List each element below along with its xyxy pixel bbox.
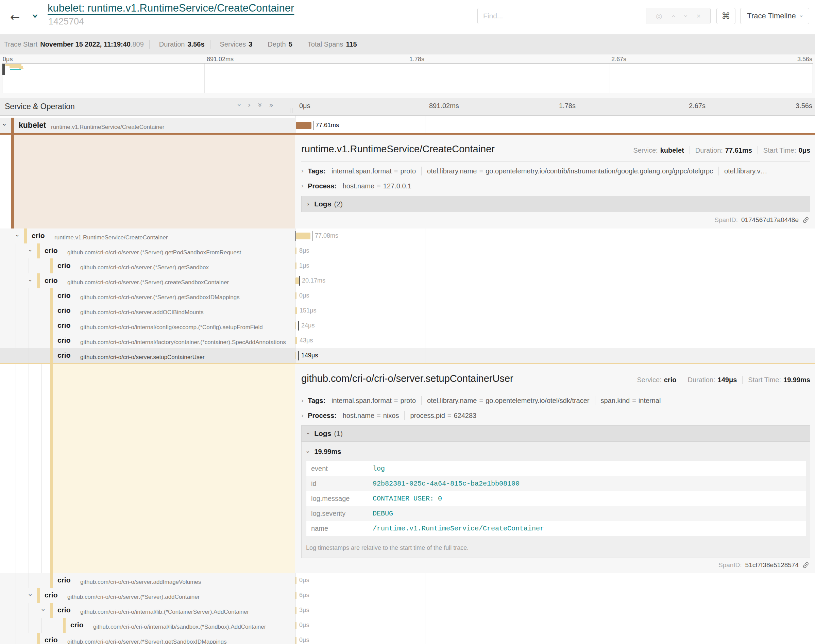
log-field-row: log.message CONTAINER USER: 0 xyxy=(306,491,806,506)
minimap-tick: 0μs xyxy=(3,56,12,63)
span-service: crio xyxy=(57,321,71,330)
tags-row[interactable]: › Tags: internal.span.format=proto otel.… xyxy=(301,164,767,178)
minimap-tick: 1.78s xyxy=(409,56,424,63)
span-duration-label: 6μs xyxy=(299,592,309,599)
collapse-header-icon[interactable]: › xyxy=(30,14,41,18)
log-note: Log timestamps are relative to the start… xyxy=(306,544,469,552)
find-input[interactable] xyxy=(478,8,646,24)
span-row[interactable]: crio github.com/cri-o/cri-o/internal/fac… xyxy=(0,333,815,348)
span-duration-bar[interactable] xyxy=(296,322,296,329)
chevron-down-icon: › xyxy=(305,432,311,434)
span-duration-label: 1μs xyxy=(299,262,309,269)
back-arrow-icon: ← xyxy=(10,11,20,23)
span-row[interactable]: crio github.com/cri-o/cri-o/server.(*Ser… xyxy=(0,288,815,303)
timeline-minimap[interactable]: 0μs 891.02ms 1.78s 2.67s 3.56s xyxy=(0,54,815,98)
collapse-children-icon[interactable]: › xyxy=(14,234,21,237)
log-field-row: log.severity DEBUG xyxy=(306,506,806,521)
link-icon[interactable] xyxy=(802,561,810,569)
detail-title: github.com/cri-o/cri-o/server.setupConta… xyxy=(301,373,513,384)
span-duration-bar[interactable] xyxy=(296,307,297,314)
span-row[interactable]: crio github.com/cri-o/cri-o/server.addOC… xyxy=(0,303,815,318)
span-row-selected[interactable]: crio github.com/cri-o/cri-o/server.setup… xyxy=(0,348,815,363)
minimap-tick: 2.67s xyxy=(611,56,626,63)
span-row[interactable]: crio github.com/cri-o/cri-o/internal/con… xyxy=(0,318,815,333)
span-row[interactable]: › crio runtime.v1.RuntimeService/CreateC… xyxy=(0,228,815,244)
span-operation: runtime.v1.RuntimeService/CreateContaine… xyxy=(54,234,168,241)
command-icon: ⌘ xyxy=(722,11,730,21)
trace-title-link[interactable]: kubelet: runtime.v1.RuntimeService/Creat… xyxy=(47,2,294,14)
span-service: crio xyxy=(44,591,58,599)
span-operation: github.com/cri-o/cri-o/server.addImageVo… xyxy=(80,579,201,585)
collapse-children-icon[interactable]: › xyxy=(27,249,34,252)
timeline-tick: 891.02ms xyxy=(429,102,459,110)
minimap-drag-handle[interactable] xyxy=(2,64,5,75)
span-duration-bar[interactable] xyxy=(296,262,297,269)
collapse-children-icon[interactable]: › xyxy=(2,123,8,126)
trace-duration: Duration3.56s xyxy=(155,40,205,48)
span-service: crio xyxy=(70,621,84,629)
expand-one-icon[interactable]: › xyxy=(248,101,251,109)
collapse-one-icon[interactable]: › xyxy=(236,104,243,107)
span-row[interactable]: crio github.com/cri-o/cri-o/server.(*Ser… xyxy=(0,633,815,644)
span-service: crio xyxy=(57,307,71,314)
span-duration-bar[interactable] xyxy=(296,577,297,584)
span-row[interactable]: › kubelet runtime.v1.RuntimeService/Crea… xyxy=(0,118,815,133)
span-operation: github.com/cri-o/cri-o/server.(*Server).… xyxy=(67,594,199,600)
next-result-icon[interactable]: › xyxy=(682,15,689,17)
minimap-canvas[interactable] xyxy=(2,63,813,93)
span-duration-label: 77.61ms xyxy=(316,122,339,129)
span-duration-bar[interactable] xyxy=(296,122,311,129)
tags-row[interactable]: › Tags: internal.span.format=proto otel.… xyxy=(301,393,661,408)
process-row[interactable]: › Process: host.name=127.0.0.1 xyxy=(301,179,411,193)
span-row[interactable]: › crio github.com/cri-o/cri-o/server.(*S… xyxy=(0,273,815,288)
span-duration-bar[interactable] xyxy=(296,607,297,614)
span-duration-label: 0μs xyxy=(299,621,309,629)
log-entry-toggle[interactable]: › 19.99ms xyxy=(307,448,341,455)
span-operation: github.com/cri-o/cri-o/server.(*Server).… xyxy=(67,639,227,644)
span-duration-bar[interactable] xyxy=(296,337,297,344)
span-row[interactable]: crio github.com/cri-o/cri-o/internal/lib… xyxy=(0,618,815,633)
collapse-children-icon[interactable]: › xyxy=(27,279,34,282)
span-duration-label: 3μs xyxy=(299,607,309,614)
span-row[interactable]: › crio github.com/cri-o/cri-o/internal/l… xyxy=(0,603,815,618)
span-row[interactable]: › crio github.com/cri-o/cri-o/server.(*S… xyxy=(0,588,815,603)
column-resizer-handle[interactable] xyxy=(290,108,293,113)
span-service: kubelet xyxy=(19,121,46,130)
trace-view-select[interactable]: Trace Timeline › xyxy=(740,8,809,24)
trace-start: Trace Start November 15 2022, 11:19:40 .… xyxy=(0,40,144,48)
link-icon[interactable] xyxy=(802,216,810,224)
expand-all-icon[interactable]: » xyxy=(269,101,273,109)
span-duration-bar[interactable] xyxy=(296,352,296,359)
span-duration-bar[interactable] xyxy=(296,278,299,284)
expanded-span-left-kubelet xyxy=(0,133,295,228)
span-duration-bar[interactable] xyxy=(296,248,297,255)
span-operation: github.com/cri-o/cri-o/server.addOCIBind… xyxy=(80,309,204,316)
timeline-tick: 2.67s xyxy=(689,102,706,110)
collapse-children-icon[interactable]: › xyxy=(27,594,34,596)
span-operation: github.com/cri-o/cri-o/server.(*Server).… xyxy=(80,294,240,301)
logs-toggle[interactable]: › Logs(1) xyxy=(301,425,810,442)
back-button[interactable]: ← xyxy=(5,8,25,26)
span-detail-panel-setup: github.com/cri-o/cri-o/server.setupConta… xyxy=(295,363,815,573)
span-service: crio xyxy=(57,336,71,345)
collapse-all-icon[interactable]: » xyxy=(256,103,263,107)
span-duration-label: 77.08ms xyxy=(315,232,338,239)
collapse-children-icon[interactable]: › xyxy=(40,609,47,611)
span-row[interactable]: crio github.com/cri-o/cri-o/server.(*Ser… xyxy=(0,258,815,273)
span-duration-bar[interactable] xyxy=(296,592,297,599)
prev-result-icon[interactable]: › xyxy=(669,15,677,17)
timeline-tick: 0μs xyxy=(299,102,310,110)
span-duration-bar[interactable] xyxy=(296,622,297,629)
span-operation: github.com/cri-o/cri-o/internal/factory/… xyxy=(80,339,286,345)
span-row[interactable]: › crio github.com/cri-o/cri-o/server.(*S… xyxy=(0,244,815,258)
span-row[interactable]: crio github.com/cri-o/cri-o/server.addIm… xyxy=(0,573,815,588)
keyboard-shortcuts-button[interactable]: ⌘ xyxy=(716,8,735,24)
span-duration-bar[interactable] xyxy=(296,233,310,239)
span-duration-bar[interactable] xyxy=(296,293,297,299)
span-duration-bar[interactable] xyxy=(296,637,297,644)
logs-toggle[interactable]: › Logs(2) xyxy=(301,196,810,212)
process-row[interactable]: › Process: host.name=nixos process.pid=6… xyxy=(301,408,476,423)
span-service: crio xyxy=(57,351,71,359)
clear-search-icon[interactable]: × xyxy=(697,12,701,20)
focus-match-icon[interactable]: ◎ xyxy=(656,12,662,20)
